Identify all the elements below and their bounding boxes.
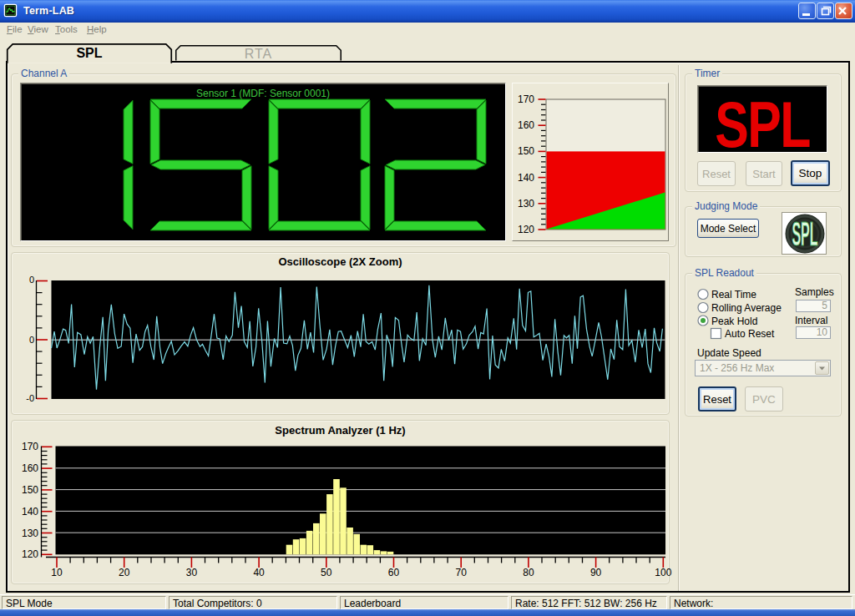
svg-text:Sensor 1 (MDF: Sensor 0001): Sensor 1 (MDF: Sensor 0001) (196, 88, 330, 99)
svg-text:150: 150 (518, 145, 534, 157)
svg-text:160: 160 (518, 119, 534, 131)
svg-text:140: 140 (518, 172, 534, 184)
svg-text:SPL: SPL (792, 215, 817, 252)
svg-text:120: 120 (518, 224, 534, 235)
svg-text:130: 130 (518, 198, 534, 210)
svg-text:170: 170 (518, 93, 534, 105)
